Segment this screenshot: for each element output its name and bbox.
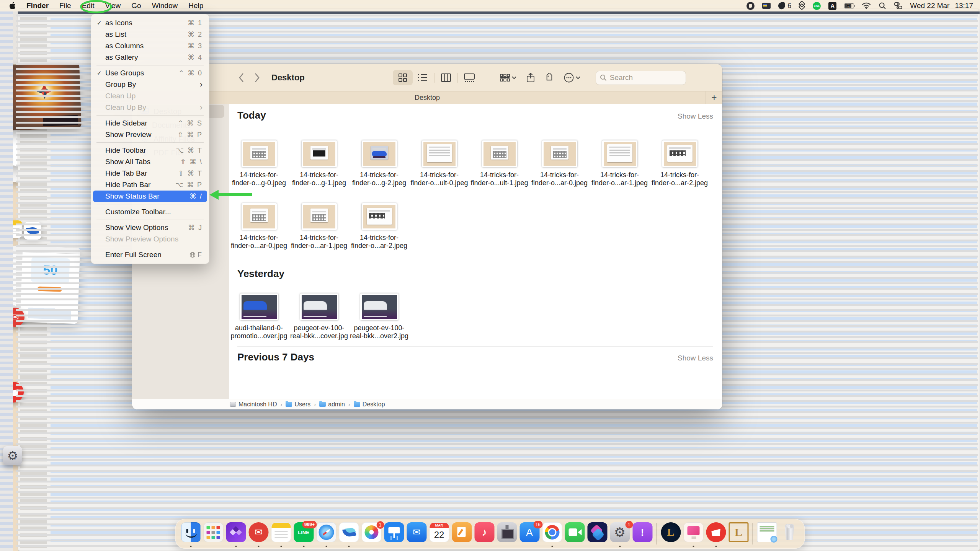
- file-item[interactable]: 14-tricks-for-finder-o...g-1.jpeg: [289, 140, 349, 187]
- dock-launchpad[interactable]: [202, 520, 225, 548]
- share-button[interactable]: [526, 73, 535, 83]
- file-label: 14-tricks-for-finder-o...g-0.jpeg: [232, 171, 286, 187]
- dock-feedback-assistant[interactable]: !: [631, 520, 654, 548]
- file-item[interactable]: 14-tricks-for-finder-o...ar-1.jpeg: [289, 203, 349, 250]
- menu-help[interactable]: Help: [183, 0, 209, 11]
- file-item[interactable]: 14-tricks-for-finder-o...ult-1.jpeg: [469, 140, 529, 187]
- new-tab-button[interactable]: +: [706, 91, 722, 104]
- dock-league-of-legends[interactable]: L: [660, 520, 682, 548]
- file-item[interactable]: 14-tricks-for-finder-o...ar-1.jpeg: [590, 140, 650, 187]
- dock-app-store[interactable]: A16: [518, 520, 541, 548]
- menu-item-customize-toolbar[interactable]: Customize Toolbar...: [93, 206, 207, 218]
- dock-lol-client[interactable]: L: [727, 520, 750, 548]
- menu-bar-clock[interactable]: Wed 22 Mar13:17: [910, 2, 973, 10]
- display-status-icon[interactable]: [762, 3, 771, 9]
- menu-item-hide-path-bar[interactable]: Hide Path Bar⌥ ⌘ P: [93, 179, 207, 191]
- file-thumbnail: [482, 140, 517, 167]
- wifi-icon[interactable]: [862, 2, 871, 9]
- control-center-icon[interactable]: [894, 2, 902, 10]
- desktop-file-settings-screenshot[interactable]: [0, 129, 40, 182]
- dock-image-capture[interactable]: [496, 520, 518, 548]
- path-item-users[interactable]: Users: [286, 401, 310, 408]
- file-item[interactable]: 14-tricks-for-finder-o...ar-2.jpeg: [349, 203, 409, 250]
- show-less-button-today[interactable]: Show Less: [678, 112, 713, 121]
- menu-item-group-by[interactable]: Group By›: [93, 79, 207, 90]
- path-item-desktop[interactable]: Desktop: [354, 401, 385, 408]
- icons-view-button[interactable]: [393, 70, 413, 85]
- menu-item-as-columns[interactable]: as Columns⌘ 3: [93, 40, 207, 52]
- group-by-button[interactable]: [500, 73, 516, 82]
- path-item-admin[interactable]: admin: [319, 401, 345, 408]
- gallery-view-button[interactable]: [459, 70, 479, 85]
- back-button[interactable]: [238, 73, 244, 83]
- dock-safari[interactable]: [315, 520, 338, 548]
- menu-item-show-view-options[interactable]: Show View Options⌘ J: [93, 222, 207, 233]
- dock-notes[interactable]: [270, 520, 292, 548]
- menu-finder[interactable]: Finder: [21, 0, 54, 11]
- dropover-status-icon[interactable]: [799, 2, 805, 10]
- path-item-macintosh-hd[interactable]: Macintosh HD: [230, 401, 277, 408]
- dock-line[interactable]: LINE999+: [292, 520, 315, 548]
- menu-item-show-status-bar[interactable]: Show Status Bar⌘ /: [93, 191, 207, 202]
- menu-item-enter-full-screen[interactable]: Enter Full ScreenF: [93, 249, 207, 261]
- menu-item-show-all-tabs[interactable]: Show All Tabs⇧ ⌘ \: [93, 156, 207, 168]
- dock-photos[interactable]: 1: [360, 520, 383, 548]
- menu-item-hide-tab-bar[interactable]: Hide Tab Bar⇧ ⌘ T: [93, 168, 207, 179]
- desktop-system-settings-icon[interactable]: ⚙: [3, 446, 22, 465]
- menu-item-hide-toolbar[interactable]: Hide Toolbar⌥ ⌘ T: [93, 145, 207, 156]
- menu-item-as-gallery[interactable]: as Gallery⌘ 4: [93, 52, 207, 63]
- dock-facetime[interactable]: [564, 520, 586, 548]
- file-item[interactable]: peugeot-ev-100-real-bkk...over2.jpg: [349, 293, 409, 340]
- menu-item-as-icons[interactable]: ✓as Icons⌘ 1: [93, 17, 207, 29]
- menu-window[interactable]: Window: [147, 0, 183, 11]
- dock-spark-mail[interactable]: ✉: [247, 520, 270, 548]
- list-view-button[interactable]: [413, 70, 433, 85]
- status-app-icon[interactable]: [746, 2, 755, 10]
- menu-file[interactable]: File: [54, 0, 77, 11]
- dock-music[interactable]: ♪: [473, 520, 496, 548]
- file-item[interactable]: 14-tricks-for-finder-o...ar-0.jpeg: [229, 203, 289, 250]
- menu-item-as-list[interactable]: as List⌘ 2: [93, 29, 207, 40]
- menu-item-hide-sidebar[interactable]: Hide Sidebar⌃ ⌘ S: [93, 117, 207, 129]
- more-options-button[interactable]: [564, 73, 580, 83]
- columns-view-button[interactable]: [436, 70, 456, 85]
- dock-keynote[interactable]: [383, 520, 405, 548]
- file-item[interactable]: 14-tricks-for-finder-o...ar-2.jpeg: [650, 140, 710, 187]
- menu-edit[interactable]: Edit: [77, 0, 100, 11]
- dock-system-settings[interactable]: ⚙1: [609, 520, 631, 548]
- dock-pages[interactable]: [451, 520, 473, 548]
- forward-button[interactable]: [254, 73, 260, 83]
- dock-dropover[interactable]: [338, 520, 360, 548]
- search-input[interactable]: [610, 73, 675, 82]
- line-status-icon[interactable]: LINE: [813, 2, 821, 10]
- dock-shortcuts[interactable]: [586, 520, 609, 548]
- apple-menu[interactable]: [7, 2, 21, 10]
- menu-go[interactable]: Go: [126, 0, 146, 11]
- tab-desktop[interactable]: Desktop: [415, 94, 440, 102]
- file-item[interactable]: 14-tricks-for-finder-o...g-2.jpeg: [349, 140, 409, 187]
- dock-chrome[interactable]: [541, 520, 564, 548]
- battery-icon[interactable]: ϟ: [844, 3, 854, 8]
- dock-cleanmymac[interactable]: [682, 520, 705, 548]
- dock-minimized-window[interactable]: [756, 520, 778, 548]
- file-item[interactable]: audi-thailand-0-promotio...over.jpg: [229, 293, 289, 340]
- file-item[interactable]: 14-tricks-for-finder-o...ar-0.jpeg: [529, 140, 590, 187]
- dock-riot-games[interactable]: [705, 520, 727, 548]
- dock-mail[interactable]: ✉: [405, 520, 428, 548]
- file-item[interactable]: 14-tricks-for-finder-o...g-0.jpeg: [229, 140, 289, 187]
- input-source-icon[interactable]: A: [828, 2, 836, 10]
- menu-item-show-preview[interactable]: Show Preview⇧ ⌘ P: [93, 129, 207, 140]
- dock-trash[interactable]: [778, 520, 801, 548]
- menu-item-use-groups[interactable]: ✓Use Groups⌃ ⌘ 0: [93, 67, 207, 79]
- tags-button[interactable]: [545, 73, 554, 82]
- file-item[interactable]: 14-tricks-for-finder-o...ult-0.jpeg: [409, 140, 469, 187]
- search-field[interactable]: [596, 71, 686, 85]
- show-less-button-previous[interactable]: Show Less: [678, 354, 713, 362]
- dock-finder[interactable]: [180, 520, 202, 548]
- spotlight-icon[interactable]: [879, 2, 886, 10]
- dock-calendar[interactable]: MAR22: [428, 520, 451, 548]
- dock-affinity-photo[interactable]: [225, 520, 247, 548]
- file-item[interactable]: peugeot-ev-100-real-bkk...cover.jpg: [289, 293, 349, 340]
- menu-view[interactable]: View: [100, 0, 126, 11]
- bird-status-icon[interactable]: 6: [778, 2, 791, 10]
